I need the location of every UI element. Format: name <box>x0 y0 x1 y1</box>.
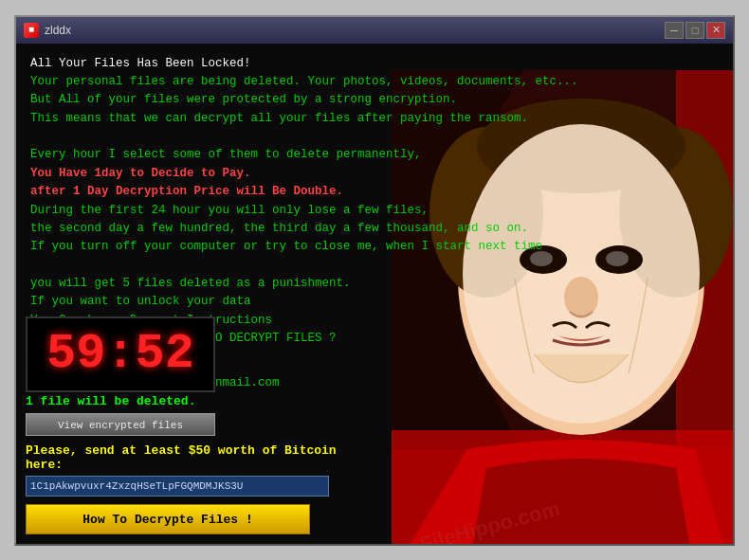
msg-line13: you will get 5 files deleted as a punish… <box>30 275 719 293</box>
msg-line6: Every hour I select some of them to dele… <box>30 146 719 164</box>
msg-line2: Your personal files are being deleted. Y… <box>30 73 719 91</box>
msg-line9: During the first 24 hour you will only l… <box>30 202 719 220</box>
bitcoin-address-field[interactable] <box>26 476 329 497</box>
msg-line7: You Have 1day to Decide to Pay. <box>30 165 719 183</box>
close-button[interactable]: ✕ <box>706 22 725 39</box>
decrypt-button[interactable]: How To Decrypte Files ! <box>26 504 310 534</box>
app-icon: ■ <box>24 23 39 38</box>
msg-line3: But All of your files were protected by … <box>30 91 719 109</box>
timer-display: 59:52 <box>46 326 194 382</box>
content-area: FileHippo.com All Your Files Has Been Lo… <box>16 44 733 544</box>
msg-line4: This means that we can decrypt all your … <box>30 110 719 128</box>
bottom-section: 1 file will be deleted. View encrypted f… <box>16 388 386 544</box>
countdown-timer: 59:52 <box>26 316 215 392</box>
bitcoin-label: Please, send at least $50 worth of Bitco… <box>26 443 376 472</box>
title-bar: ■ zlddx ─ □ ✕ <box>16 17 733 44</box>
window-title: zlddx <box>45 24 71 37</box>
msg-line10: the second day a few hundred, the third … <box>30 220 719 238</box>
msg-line8: after 1 Day Decryption Price will Be Dou… <box>30 183 719 201</box>
delete-warning: 1 file will be deleted. <box>26 394 376 408</box>
maximize-button[interactable]: □ <box>685 22 704 39</box>
view-encrypted-button[interactable]: View encrypted files <box>26 413 215 436</box>
main-window: ■ zlddx ─ □ ✕ <box>14 15 735 546</box>
window-controls: ─ □ ✕ <box>665 22 725 39</box>
minimize-button[interactable]: ─ <box>665 22 684 39</box>
headline: All Your Files Has Been Locked! <box>30 55 719 73</box>
msg-line14: If you want to unlock your data <box>30 293 719 311</box>
title-bar-left: ■ zlddx <box>24 23 71 38</box>
msg-line11: If you turn off your computer or try to … <box>30 238 719 256</box>
